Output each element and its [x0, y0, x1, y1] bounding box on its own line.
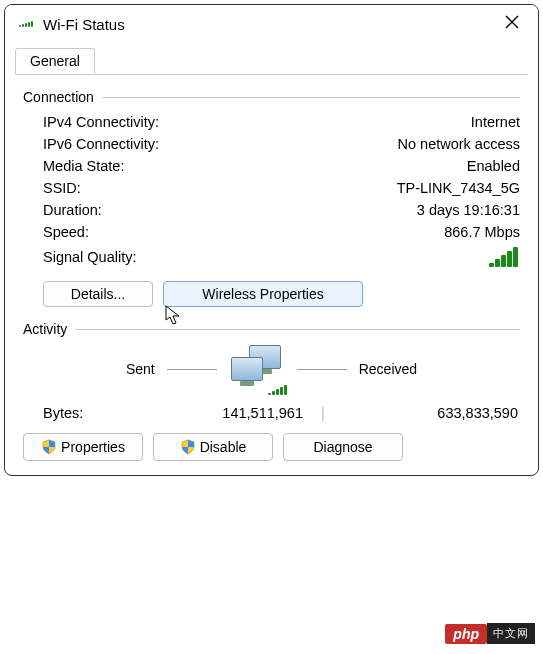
ipv6-label: IPv6 Connectivity:	[43, 136, 159, 152]
close-button[interactable]	[498, 15, 526, 33]
properties-button[interactable]: Properties	[23, 433, 143, 461]
signal-quality-label: Signal Quality:	[43, 249, 489, 265]
sent-label: Sent	[126, 361, 155, 377]
disable-button-label: Disable	[200, 439, 247, 455]
properties-button-label: Properties	[61, 439, 125, 455]
ipv4-label: IPv4 Connectivity:	[43, 114, 159, 130]
connection-legend: Connection	[23, 89, 94, 105]
divider	[75, 329, 520, 330]
shield-icon	[180, 439, 196, 455]
connection-group: Connection IPv4 Connectivity:Internet IP…	[23, 89, 520, 307]
details-button[interactable]: Details...	[43, 281, 153, 307]
wifi-icon	[19, 21, 33, 27]
received-label: Received	[359, 361, 417, 377]
tab-general[interactable]: General	[15, 48, 95, 74]
duration-label: Duration:	[43, 202, 102, 218]
bytes-sent-value: 141,511,961	[163, 405, 303, 421]
media-state-value: Enabled	[467, 158, 520, 174]
duration-value: 3 days 19:16:31	[417, 202, 520, 218]
bytes-label: Bytes:	[43, 405, 163, 421]
divider: |	[303, 405, 343, 421]
close-icon	[505, 15, 519, 29]
ssid-value: TP-LINK_7434_5G	[397, 180, 520, 196]
diagnose-button-label: Diagnose	[313, 439, 372, 455]
divider	[167, 369, 217, 370]
activity-group: Activity Sent Received Bytes: 141,511,96…	[23, 321, 520, 423]
diagnose-button[interactable]: Diagnose	[283, 433, 403, 461]
wifi-status-dialog: Wi-Fi Status General Connection IPv4 Con…	[4, 4, 539, 476]
bytes-received-value: 633,833,590	[343, 405, 520, 421]
speed-value: 866.7 Mbps	[444, 224, 520, 240]
divider	[297, 369, 347, 370]
ipv4-value: Internet	[471, 114, 520, 130]
disable-button[interactable]: Disable	[153, 433, 273, 461]
window-title: Wi-Fi Status	[43, 16, 498, 33]
signal-bars-icon	[489, 247, 518, 267]
action-buttons: Properties Disable Diagnose	[23, 433, 520, 461]
ssid-label: SSID:	[43, 180, 81, 196]
tab-strip: General	[15, 47, 528, 75]
divider	[102, 97, 520, 98]
media-state-label: Media State:	[43, 158, 124, 174]
wireless-properties-button[interactable]: Wireless Properties	[163, 281, 363, 307]
activity-legend: Activity	[23, 321, 67, 337]
titlebar: Wi-Fi Status	[5, 5, 538, 41]
shield-icon	[41, 439, 57, 455]
signal-bars-icon	[268, 385, 287, 395]
network-activity-icon	[229, 345, 285, 393]
ipv6-value: No network access	[398, 136, 521, 152]
speed-label: Speed:	[43, 224, 89, 240]
